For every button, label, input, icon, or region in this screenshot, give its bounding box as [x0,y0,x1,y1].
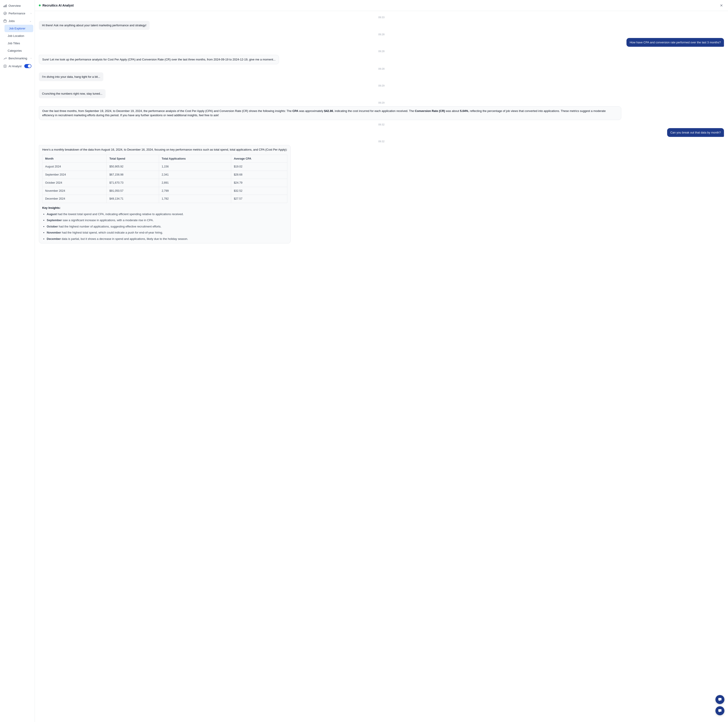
msg-user-1: How have CPA and conversion rate perform… [627,38,724,47]
chat-header: Recruitics AI Analyst ✕ [35,0,728,11]
msg-table-row: Here's a monthly breakdown of the data f… [39,145,724,244]
msg-user-1-row: How have CPA and conversion rate perform… [39,38,724,47]
sidebar-label-job-location: Job Location [8,34,24,38]
timestamp-0932-2: 09:32 [39,140,724,143]
sidebar-item-job-titles[interactable]: Job Titles [3,40,35,47]
svg-rect-9 [718,698,722,701]
sidebar-item-job-explorer[interactable]: Job Explorer [5,25,33,32]
timestamp-0928-2: 09:28 [39,50,724,53]
cell-apps: 2,799 [159,187,231,195]
insight-december: December data is partial, but it shows a… [47,237,287,241]
sidebar-label-jobs: Jobs [9,19,15,23]
cell-apps: 2,341 [159,171,231,179]
ai-icon [3,64,7,68]
cell-cpa: $27.57 [231,195,287,203]
msg-table: Here's a monthly breakdown of the data f… [39,145,291,244]
cell-apps: 1,782 [159,195,231,203]
cell-spend: $67,156.98 [107,171,159,179]
key-insights-label: Key Insights: [42,206,287,210]
svg-rect-10 [718,709,722,712]
timestamp-0929-2: 09:29 [39,101,724,104]
chat-title: Recruitics AI Analyst [43,4,74,7]
svg-rect-2 [6,5,6,7]
table-row: October 2024 $71,670.73 2,891 $24.79 [43,179,287,187]
sidebar-label-performance: Performance [9,12,25,15]
insight-august: August had the lowest total spend and CP… [47,212,287,216]
sidebar-sub-jobs: Job Explorer Job Location Job Titles Cat… [0,25,35,54]
cell-month: November 2024 [43,187,107,195]
cell-cpa: $19.02 [231,163,287,171]
insight-october: October had the highest number of applic… [47,224,287,229]
cell-apps: 2,891 [159,179,231,187]
jobs-arrow: ⌄ [29,20,31,23]
msg-hang-tight: I'm diving into your data, hang tight fo… [39,72,103,81]
sidebar-label-job-titles: Job Titles [8,41,20,45]
performance-icon [3,11,7,15]
msg-analysis-row: Over the last three months, from Septemb… [39,106,724,120]
sidebar-item-benchmarking[interactable]: Benchmarking › [0,54,35,62]
sidebar-item-job-location[interactable]: Job Location [3,32,35,40]
col-spend: Total Spend [107,155,159,163]
key-insights: Key Insights: August had the lowest tota… [42,206,287,241]
msg-assistant-1: Sure! Let me look up the performance ana… [39,55,279,64]
sidebar-label-benchmarking: Benchmarking [9,57,27,60]
chat-fab-button-2[interactable] [716,706,724,715]
jobs-icon [3,19,7,23]
msg-analysis: Over the last three months, from Septemb… [39,106,621,120]
col-month: Month [43,155,107,163]
sidebar-item-performance[interactable]: Performance › [0,9,35,17]
cell-cpa: $24.79 [231,179,287,187]
performance-arrow: › [31,12,31,15]
svg-point-8 [5,66,5,66]
table-row: November 2024 $91,050.57 2,799 $32.52 [43,187,287,195]
msg-crunching-row: Crunching the numbers right now, stay tu… [39,89,724,98]
timestamp-0928-3: 09:28 [39,67,724,70]
sidebar-item-jobs[interactable]: Jobs ⌄ [0,17,35,25]
benchmarking-arrow: › [31,57,31,60]
msg-crunching: Crunching the numbers right now, stay tu… [39,89,106,98]
msg-greeting: Hi there! Ask me anything about your tal… [39,21,150,30]
cell-month: September 2024 [43,171,107,179]
cell-cpa: $32.52 [231,187,287,195]
cell-spend: $71,670.73 [107,179,159,187]
sidebar-item-ai-analyst[interactable]: AI Analyst [0,62,35,70]
msg-assistant-1-row: Sure! Let me look up the performance ana… [39,55,724,64]
cell-spend: $49,134.71 [107,195,159,203]
main-panel: Recruitics AI Analyst ✕ 09:33 Hi there! … [35,0,728,722]
sidebar-item-overview[interactable]: Overview [0,2,35,9]
benchmarking-icon [3,57,7,60]
cell-apps: 1,156 [159,163,231,171]
svg-rect-4 [4,20,6,22]
cell-spend: $50,905.92 [107,163,159,171]
timestamp-0933: 09:33 [39,16,724,18]
col-applications: Total Applications [159,155,231,163]
ai-analyst-toggle[interactable] [24,64,31,68]
cell-month: August 2024 [43,163,107,171]
timestamp-0932: 09:32 [39,123,724,126]
cell-month: October 2024 [43,179,107,187]
msg-user-2-row: Can you break out that data by month? [39,128,724,137]
cell-month: December 2024 [43,195,107,203]
chat-body: 09:33 Hi there! Ask me anything about yo… [35,11,728,722]
status-dot [39,5,41,6]
chat-fab-button[interactable] [716,695,724,704]
sidebar: Overview Performance › Jobs ⌄ Job Explor… [0,0,35,722]
table-row: August 2024 $50,905.92 1,156 $19.02 [43,163,287,171]
col-cpa: Average CPA [231,155,287,163]
svg-rect-1 [5,5,5,7]
msg-user-2: Can you break out that data by month? [667,128,724,137]
timestamp-0928-1: 09:28 [39,33,724,36]
table-intro: Here's a monthly breakdown of the data f… [42,147,287,152]
table-row: September 2024 $67,156.98 2,341 $28.68 [43,171,287,179]
close-button[interactable]: ✕ [719,3,724,8]
svg-rect-0 [4,6,4,7]
sidebar-item-categories[interactable]: Categories [3,47,35,54]
cell-cpa: $28.68 [231,171,287,179]
sidebar-label-job-explorer: Job Explorer [9,27,25,30]
timestamp-0929-1: 09:29 [39,84,724,87]
monthly-table: Month Total Spend Total Applications Ave… [42,155,287,203]
msg-hang-tight-row: I'm diving into your data, hang tight fo… [39,72,724,81]
insight-september: September saw a significant increase in … [47,218,287,222]
cell-spend: $91,050.57 [107,187,159,195]
msg-greeting-row: Hi there! Ask me anything about your tal… [39,21,724,30]
